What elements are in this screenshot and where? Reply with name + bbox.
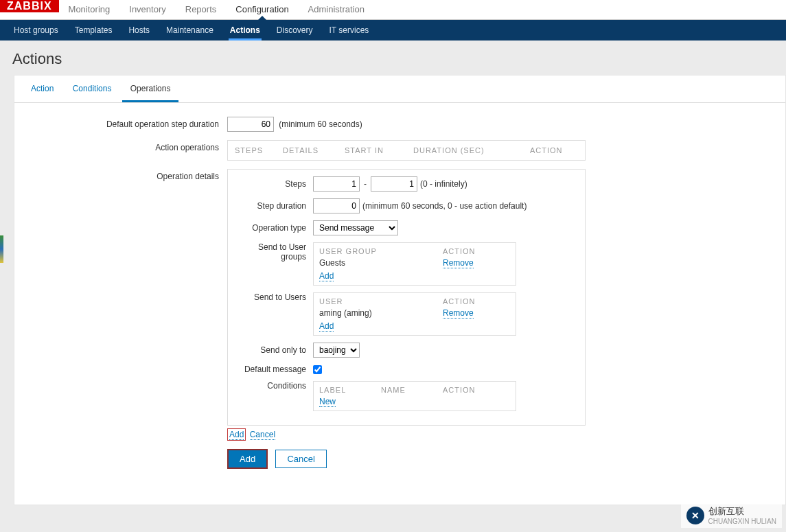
steps-dash: - (364, 179, 367, 189)
op-col-duration: DURATION (SEC) (413, 146, 530, 154)
tabs: Action Conditions Operations (14, 76, 785, 103)
page-title: Actions (0, 41, 786, 75)
nav-configuration[interactable]: Configuration (226, 0, 298, 19)
ug-row: Guests Remove (319, 258, 510, 268)
op-col-startin: START IN (345, 146, 413, 154)
subnav-hosts[interactable]: Hosts (120, 20, 158, 41)
content-panel: Action Conditions Operations Default ope… (14, 75, 786, 505)
u-col-action: ACTION (443, 297, 476, 305)
send-only-to-label: Send only to (238, 345, 313, 355)
default-message-label: Default message (238, 365, 313, 374)
ug-col-action: ACTION (443, 247, 476, 255)
default-message-checkbox[interactable] (313, 365, 322, 374)
nav-reports[interactable]: Reports (176, 0, 227, 19)
ug-col-group: USER GROUP (319, 247, 443, 255)
u-remove-link[interactable]: Remove (443, 308, 474, 319)
default-step-duration-input[interactable] (227, 117, 274, 132)
send-only-to-select[interactable]: baojing (313, 343, 360, 358)
steps-hint: (0 - infinitely) (420, 179, 467, 189)
step-duration-input[interactable] (313, 198, 360, 213)
op-col-steps: STEPS (235, 146, 283, 154)
op-col-action: ACTION (530, 146, 578, 154)
inline-cancel-link[interactable]: Cancel (250, 430, 275, 440)
top-navbar: ZABBIX Monitoring Inventory Reports Conf… (0, 0, 786, 20)
steps-label: Steps (238, 179, 313, 189)
op-col-details: DETAILS (283, 146, 345, 154)
subnav-maintenance[interactable]: Maintenance (158, 20, 222, 41)
tab-operations[interactable]: Operations (122, 76, 179, 102)
user-groups-box: USER GROUP ACTION Guests Remove Add (313, 242, 516, 286)
top-nav: Monitoring Inventory Reports Configurati… (59, 0, 374, 19)
action-operations-label: Action operations (35, 140, 227, 152)
watermark: ✕ 创新互联 CHUANGXIN HULIAN (681, 502, 782, 505)
cond-col-name: NAME (381, 386, 443, 394)
ug-name: Guests (319, 258, 443, 268)
ug-remove-link[interactable]: Remove (443, 258, 474, 268)
subnav-host-groups[interactable]: Host groups (5, 20, 67, 41)
cancel-button[interactable]: Cancel (275, 450, 326, 468)
u-add-link[interactable]: Add (319, 321, 334, 332)
nav-administration[interactable]: Administration (299, 0, 374, 19)
subnav-templates[interactable]: Templates (67, 20, 121, 41)
cond-col-label: LABEL (319, 386, 381, 394)
users-box: USER ACTION aming (aming) Remove Add (313, 292, 516, 336)
inline-add-link[interactable]: Add (229, 430, 244, 440)
conditions-label: Conditions (238, 381, 313, 391)
steps-to-input[interactable] (371, 176, 417, 192)
u-col-user: USER (319, 297, 443, 305)
subnav-discovery[interactable]: Discovery (268, 20, 321, 41)
operations-table: STEPS DETAILS START IN DURATION (SEC) AC… (227, 140, 586, 161)
steps-from-input[interactable] (313, 176, 360, 192)
logo: ZABBIX (0, 0, 59, 12)
step-duration-label: Step duration (238, 201, 313, 211)
u-row: aming (aming) Remove (319, 308, 510, 319)
default-step-duration-label: Default operation step duration (35, 117, 227, 129)
left-color-shade (0, 235, 3, 263)
send-user-groups-label: Send to User groups (238, 242, 313, 262)
nav-monitoring[interactable]: Monitoring (59, 0, 120, 19)
subnav-actions[interactable]: Actions (222, 20, 268, 41)
tab-action[interactable]: Action (23, 76, 62, 102)
cond-col-action: ACTION (443, 386, 476, 394)
conditions-box: LABEL NAME ACTION New (313, 381, 516, 411)
send-users-label: Send to Users (238, 292, 313, 302)
operation-details-box: Steps - (0 - infinitely) Step duration (227, 169, 586, 426)
sub-navbar: Host groups Templates Hosts Maintenance … (0, 20, 786, 41)
subnav-it-services[interactable]: IT services (321, 20, 378, 41)
operation-type-select[interactable]: Send message (313, 220, 398, 235)
ug-add-link[interactable]: Add (319, 271, 334, 281)
nav-inventory[interactable]: Inventory (119, 0, 175, 19)
operation-details-label: Operation details (35, 169, 227, 181)
cond-new-link[interactable]: New (319, 397, 336, 407)
add-button[interactable]: Add (227, 449, 268, 469)
default-step-duration-hint: (minimum 60 seconds) (279, 119, 362, 129)
operation-type-label: Operation type (238, 223, 313, 233)
tab-conditions[interactable]: Conditions (65, 76, 120, 102)
u-name: aming (aming) (319, 308, 443, 319)
step-duration-hint: (minimum 60 seconds, 0 - use action defa… (362, 201, 527, 211)
